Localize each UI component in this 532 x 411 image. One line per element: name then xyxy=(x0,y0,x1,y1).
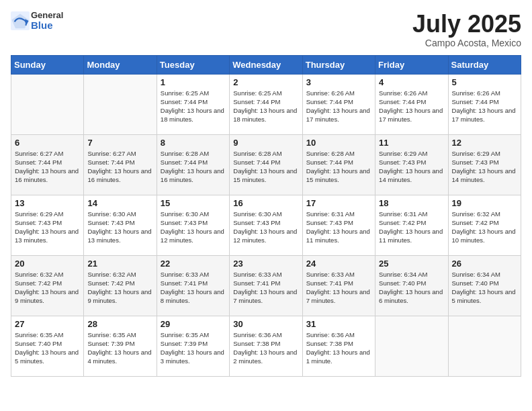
calendar-week-row: 20Sunrise: 6:32 AM Sunset: 7:42 PM Dayli… xyxy=(11,255,521,316)
logo-general-text: General xyxy=(31,11,63,20)
calendar-cell xyxy=(11,74,84,134)
calendar-cell xyxy=(375,316,448,376)
day-header-monday: Monday xyxy=(84,55,157,74)
day-number: 18 xyxy=(379,198,444,208)
calendar-cell: 9Sunrise: 6:28 AM Sunset: 7:44 PM Daylig… xyxy=(230,134,302,195)
day-number: 3 xyxy=(306,77,371,87)
day-number: 21 xyxy=(87,259,152,269)
day-number: 9 xyxy=(233,138,298,148)
day-info: Sunrise: 6:27 AM Sunset: 7:44 PM Dayligh… xyxy=(87,149,152,185)
calendar-cell: 7Sunrise: 6:27 AM Sunset: 7:44 PM Daylig… xyxy=(84,134,157,195)
calendar-cell: 12Sunrise: 6:29 AM Sunset: 7:43 PM Dayli… xyxy=(448,134,521,195)
day-info: Sunrise: 6:33 AM Sunset: 7:41 PM Dayligh… xyxy=(306,270,371,306)
day-info: Sunrise: 6:27 AM Sunset: 7:44 PM Dayligh… xyxy=(15,149,80,185)
calendar-cell: 4Sunrise: 6:26 AM Sunset: 7:44 PM Daylig… xyxy=(375,74,448,134)
day-info: Sunrise: 6:35 AM Sunset: 7:39 PM Dayligh… xyxy=(87,330,152,366)
calendar-table: SundayMondayTuesdayWednesdayThursdayFrid… xyxy=(11,55,521,377)
day-number: 19 xyxy=(452,198,517,208)
day-info: Sunrise: 6:28 AM Sunset: 7:44 PM Dayligh… xyxy=(233,149,298,185)
calendar-cell: 6Sunrise: 6:27 AM Sunset: 7:44 PM Daylig… xyxy=(11,134,84,195)
day-number: 29 xyxy=(161,319,226,329)
logo: General Blue xyxy=(11,11,63,32)
day-info: Sunrise: 6:25 AM Sunset: 7:44 PM Dayligh… xyxy=(233,89,298,124)
calendar-cell: 29Sunrise: 6:35 AM Sunset: 7:39 PM Dayli… xyxy=(157,316,229,376)
day-header-thursday: Thursday xyxy=(302,55,375,74)
day-info: Sunrise: 6:25 AM Sunset: 7:44 PM Dayligh… xyxy=(161,89,226,124)
day-info: Sunrise: 6:33 AM Sunset: 7:41 PM Dayligh… xyxy=(161,270,226,306)
day-number: 1 xyxy=(161,77,226,87)
day-info: Sunrise: 6:30 AM Sunset: 7:43 PM Dayligh… xyxy=(233,210,298,245)
day-info: Sunrise: 6:36 AM Sunset: 7:38 PM Dayligh… xyxy=(306,330,371,366)
day-number: 22 xyxy=(161,259,226,269)
day-number: 31 xyxy=(306,319,371,329)
day-number: 17 xyxy=(306,198,371,208)
day-info: Sunrise: 6:29 AM Sunset: 7:43 PM Dayligh… xyxy=(15,210,80,245)
day-info: Sunrise: 6:34 AM Sunset: 7:40 PM Dayligh… xyxy=(452,270,517,306)
calendar-cell: 1Sunrise: 6:25 AM Sunset: 7:44 PM Daylig… xyxy=(157,74,229,134)
calendar-cell: 28Sunrise: 6:35 AM Sunset: 7:39 PM Dayli… xyxy=(84,316,157,376)
calendar-week-row: 13Sunrise: 6:29 AM Sunset: 7:43 PM Dayli… xyxy=(11,195,521,255)
calendar-cell xyxy=(448,316,521,376)
calendar-cell: 18Sunrise: 6:31 AM Sunset: 7:42 PM Dayli… xyxy=(375,195,448,255)
day-number: 14 xyxy=(87,198,152,208)
calendar-cell: 3Sunrise: 6:26 AM Sunset: 7:44 PM Daylig… xyxy=(302,74,375,134)
month-title: July 2025 xyxy=(412,11,521,38)
calendar-week-row: 6Sunrise: 6:27 AM Sunset: 7:44 PM Daylig… xyxy=(11,134,521,195)
calendar-cell: 14Sunrise: 6:30 AM Sunset: 7:43 PM Dayli… xyxy=(84,195,157,255)
day-info: Sunrise: 6:26 AM Sunset: 7:44 PM Dayligh… xyxy=(306,89,371,124)
calendar-cell: 30Sunrise: 6:36 AM Sunset: 7:38 PM Dayli… xyxy=(230,316,302,376)
day-number: 7 xyxy=(87,138,152,148)
day-info: Sunrise: 6:36 AM Sunset: 7:38 PM Dayligh… xyxy=(233,330,298,366)
calendar-cell: 22Sunrise: 6:33 AM Sunset: 7:41 PM Dayli… xyxy=(157,255,229,316)
day-header-friday: Friday xyxy=(375,55,448,74)
day-info: Sunrise: 6:32 AM Sunset: 7:42 PM Dayligh… xyxy=(15,270,80,306)
calendar-cell: 13Sunrise: 6:29 AM Sunset: 7:43 PM Dayli… xyxy=(11,195,84,255)
calendar-cell: 15Sunrise: 6:30 AM Sunset: 7:43 PM Dayli… xyxy=(157,195,229,255)
day-info: Sunrise: 6:32 AM Sunset: 7:42 PM Dayligh… xyxy=(87,270,152,306)
location-text: Campo Acosta, Mexico xyxy=(412,38,521,48)
day-number: 11 xyxy=(379,138,444,148)
calendar-cell xyxy=(84,74,157,134)
day-header-wednesday: Wednesday xyxy=(230,55,302,74)
day-number: 23 xyxy=(233,259,298,269)
day-info: Sunrise: 6:26 AM Sunset: 7:44 PM Dayligh… xyxy=(452,89,517,124)
calendar-cell: 16Sunrise: 6:30 AM Sunset: 7:43 PM Dayli… xyxy=(230,195,302,255)
title-block: July 2025 Campo Acosta, Mexico xyxy=(412,11,521,48)
day-info: Sunrise: 6:33 AM Sunset: 7:41 PM Dayligh… xyxy=(233,270,298,306)
day-info: Sunrise: 6:34 AM Sunset: 7:40 PM Dayligh… xyxy=(379,270,444,306)
day-header-saturday: Saturday xyxy=(448,55,521,74)
calendar-cell: 26Sunrise: 6:34 AM Sunset: 7:40 PM Dayli… xyxy=(448,255,521,316)
day-number: 16 xyxy=(233,198,298,208)
day-number: 2 xyxy=(233,77,298,87)
day-info: Sunrise: 6:30 AM Sunset: 7:43 PM Dayligh… xyxy=(161,210,226,245)
day-info: Sunrise: 6:29 AM Sunset: 7:43 PM Dayligh… xyxy=(379,149,444,185)
day-number: 4 xyxy=(379,77,444,87)
day-number: 12 xyxy=(452,138,517,148)
day-number: 28 xyxy=(87,319,152,329)
day-number: 27 xyxy=(15,319,80,329)
calendar-week-row: 1Sunrise: 6:25 AM Sunset: 7:44 PM Daylig… xyxy=(11,74,521,134)
calendar-cell: 19Sunrise: 6:32 AM Sunset: 7:42 PM Dayli… xyxy=(448,195,521,255)
calendar-cell: 5Sunrise: 6:26 AM Sunset: 7:44 PM Daylig… xyxy=(448,74,521,134)
page-header: General Blue July 2025 Campo Acosta, Mex… xyxy=(11,11,521,48)
day-info: Sunrise: 6:32 AM Sunset: 7:42 PM Dayligh… xyxy=(452,210,517,245)
day-info: Sunrise: 6:30 AM Sunset: 7:43 PM Dayligh… xyxy=(87,210,152,245)
day-number: 13 xyxy=(15,198,80,208)
calendar-cell: 17Sunrise: 6:31 AM Sunset: 7:43 PM Dayli… xyxy=(302,195,375,255)
day-header-sunday: Sunday xyxy=(11,55,84,74)
day-number: 10 xyxy=(306,138,371,148)
day-info: Sunrise: 6:31 AM Sunset: 7:42 PM Dayligh… xyxy=(379,210,444,245)
day-info: Sunrise: 6:28 AM Sunset: 7:44 PM Dayligh… xyxy=(161,149,226,185)
day-number: 15 xyxy=(161,198,226,208)
calendar-cell: 8Sunrise: 6:28 AM Sunset: 7:44 PM Daylig… xyxy=(157,134,229,195)
calendar-cell: 11Sunrise: 6:29 AM Sunset: 7:43 PM Dayli… xyxy=(375,134,448,195)
logo-icon xyxy=(11,11,30,30)
day-info: Sunrise: 6:35 AM Sunset: 7:40 PM Dayligh… xyxy=(15,330,80,366)
day-info: Sunrise: 6:28 AM Sunset: 7:44 PM Dayligh… xyxy=(306,149,371,185)
calendar-cell: 2Sunrise: 6:25 AM Sunset: 7:44 PM Daylig… xyxy=(230,74,302,134)
day-info: Sunrise: 6:35 AM Sunset: 7:39 PM Dayligh… xyxy=(161,330,226,366)
day-number: 30 xyxy=(233,319,298,329)
calendar-cell: 20Sunrise: 6:32 AM Sunset: 7:42 PM Dayli… xyxy=(11,255,84,316)
calendar-cell: 25Sunrise: 6:34 AM Sunset: 7:40 PM Dayli… xyxy=(375,255,448,316)
day-number: 6 xyxy=(15,138,80,148)
